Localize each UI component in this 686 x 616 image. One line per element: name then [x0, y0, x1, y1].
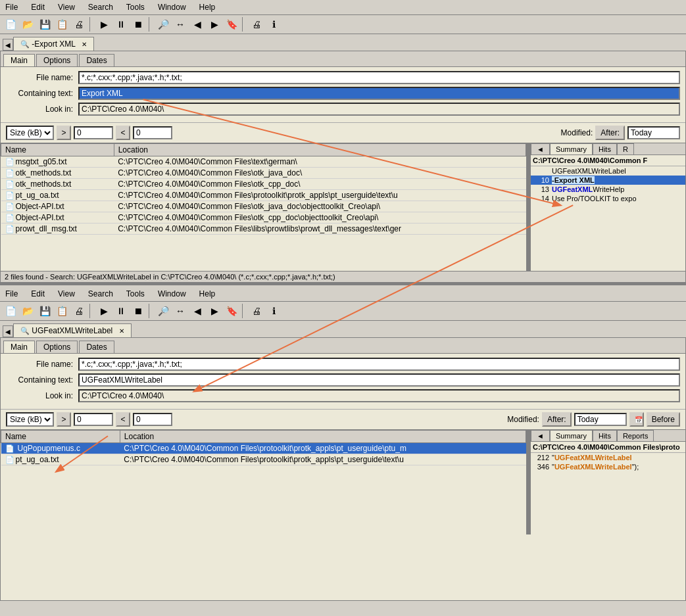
w2-right-tab-summary[interactable]: Summary [550, 430, 593, 441]
menu2-view[interactable]: View [55, 288, 78, 300]
window1-tab-options[interactable]: Options [36, 54, 78, 66]
table-row[interactable]: 📄otk_methods.txt C:\PTC\Creo 4.0\M040\Co… [1, 168, 526, 179]
save-as-button[interactable]: 📋 [54, 17, 70, 32]
save2-button[interactable]: 💾 [37, 304, 53, 318]
nav-prev-button[interactable]: ◀ [189, 17, 205, 32]
save2as-button[interactable]: 📋 [54, 304, 70, 318]
lookin-input[interactable] [78, 103, 680, 116]
right-tab-arrow[interactable]: ◄ [531, 143, 550, 154]
w2-before-button[interactable]: Before [647, 412, 680, 427]
table-row[interactable]: 📄pt_ug_oa.txt C:\PTC\Creo 4.0\M040\Commo… [1, 454, 526, 465]
stop2-button[interactable]: ⏹ [130, 304, 146, 318]
pause2-button[interactable]: ⏸ [113, 304, 129, 318]
w2-after-value[interactable] [574, 413, 627, 426]
containing-input[interactable] [78, 87, 680, 100]
gt-value[interactable] [74, 126, 113, 139]
lt-button[interactable]: < [116, 126, 130, 140]
run2-button[interactable]: ▶ [96, 304, 112, 318]
col-location[interactable]: Location [114, 144, 526, 156]
open2-button[interactable]: 📂 [20, 304, 36, 318]
nav-next-button[interactable]: ▶ [207, 17, 222, 32]
menu-edit[interactable]: Edit [28, 1, 47, 13]
w2-lt-button[interactable]: < [116, 412, 130, 427]
w2-containing-input[interactable] [78, 373, 680, 387]
print2b-button[interactable]: 🖨 [249, 304, 264, 318]
window1-tab-close[interactable]: ✕ [82, 41, 87, 48]
after-value[interactable] [627, 126, 680, 139]
menu2-search[interactable]: Search [86, 288, 116, 300]
right-row[interactable]: 10-Export XML [531, 176, 685, 185]
table-row[interactable]: 📄pt_ug_oa.txt C:\PTC\Creo 4.0\M040\Commo… [1, 190, 526, 201]
tab-scroll-left[interactable]: ◀ [3, 39, 13, 51]
w2-right-tab-hits[interactable]: Hits [593, 430, 617, 441]
size-select[interactable]: Size (kB) [6, 126, 54, 140]
table-row[interactable]: 📄UgPopupmenus.c C:\PTC\Creo 4.0\M040\Com… [1, 443, 526, 454]
nav2-prev-button[interactable]: ◀ [189, 304, 205, 318]
open-button[interactable]: 📂 [20, 17, 36, 32]
menu-view[interactable]: View [55, 1, 78, 13]
menu2-tools[interactable]: Tools [124, 288, 147, 300]
stop-button[interactable]: ⏹ [130, 17, 146, 32]
info-button[interactable]: ℹ [266, 17, 282, 32]
window2-tab[interactable]: 🔍 UGFeatXMLWriteLabel ✕ [13, 323, 132, 337]
lt-value[interactable] [133, 126, 172, 139]
right-row[interactable]: UGFeatXMLWriteLabel [531, 166, 685, 176]
menu-help[interactable]: Help [197, 1, 218, 13]
table-row[interactable]: 📄msgtxt_g05.txt C:\PTC\Creo 4.0\M040\Com… [1, 156, 526, 168]
after-button[interactable]: After: [595, 126, 625, 140]
menu2-file[interactable]: File [3, 288, 20, 300]
window1-tab[interactable]: 🔍 -Export XML ✕ [13, 37, 94, 51]
bookmark2-button[interactable]: 🔖 [224, 304, 239, 318]
right-tab-summary[interactable]: Summary [550, 143, 593, 154]
table-row[interactable]: 📄Object-API.txt C:\PTC\Creo 4.0\M040\Com… [1, 212, 526, 224]
menu-window[interactable]: Window [155, 1, 189, 13]
right-tab-hits[interactable]: Hits [593, 143, 617, 154]
w2-size-select[interactable]: Size (kB) [6, 412, 54, 427]
new-button[interactable]: 📄 [3, 17, 18, 32]
menu-tools[interactable]: Tools [124, 1, 147, 13]
window2-tab-options[interactable]: Options [36, 341, 78, 353]
table-row[interactable]: 📄otk_methods.txt C:\PTC\Creo 4.0\M040\Co… [1, 179, 526, 190]
window2-tab-close[interactable]: ✕ [119, 327, 124, 335]
table-row[interactable]: 📄Object-API.txt C:\PTC\Creo 4.0\M040\Com… [1, 201, 526, 212]
replace-button[interactable]: ↔ [172, 17, 188, 32]
menu-file[interactable]: File [3, 1, 20, 13]
w2-gt-value[interactable] [74, 413, 113, 426]
find2-button[interactable]: 🔎 [155, 304, 171, 318]
bookmark-button[interactable]: 🔖 [224, 17, 239, 32]
info2-button[interactable]: ℹ [266, 304, 282, 318]
replace2-button[interactable]: ↔ [172, 304, 188, 318]
print2-button[interactable]: 🖨 [249, 17, 264, 32]
right-row[interactable]: 13UGFeatXMLWriteHelp [531, 185, 685, 194]
find-button[interactable]: 🔎 [155, 17, 171, 32]
w2-col-name[interactable]: Name [1, 431, 120, 443]
nav2-next-button[interactable]: ▶ [207, 304, 222, 318]
w2-after-button[interactable]: After: [542, 412, 572, 427]
save-button[interactable]: 💾 [37, 17, 53, 32]
run-button[interactable]: ▶ [96, 17, 112, 32]
print-button[interactable]: 🖨 [71, 17, 87, 32]
gt-button[interactable]: > [57, 126, 71, 140]
window1-tab-dates[interactable]: Dates [79, 54, 114, 66]
table-row[interactable]: 📄prowt_dll_msg.txt C:\PTC\Creo 4.0\M040\… [1, 224, 526, 235]
right-row[interactable]: 346"UGFeatXMLWriteLabel"); [531, 462, 685, 471]
w2-col-location[interactable]: Location [120, 431, 526, 443]
w2-right-tab-arrow[interactable]: ◄ [531, 430, 550, 441]
window2-tab-main[interactable]: Main [3, 341, 35, 353]
filename-input[interactable] [78, 71, 680, 84]
col-name[interactable]: Name [1, 144, 114, 156]
w2-gt-button[interactable]: > [57, 412, 71, 427]
right-row[interactable]: 14Use Pro/TOOLKIT to expo [531, 194, 685, 203]
w2-filename-input[interactable] [78, 358, 680, 371]
tab2-scroll-left[interactable]: ◀ [3, 325, 13, 337]
window1-tab-main[interactable]: Main [3, 54, 35, 66]
window2-tab-dates[interactable]: Dates [79, 341, 114, 353]
w2-right-tab-reports[interactable]: Reports [617, 430, 654, 441]
new2-button[interactable]: 📄 [3, 304, 18, 318]
print2a-button[interactable]: 🖨 [71, 304, 87, 318]
menu2-help[interactable]: Help [197, 288, 218, 300]
pause-button[interactable]: ⏸ [113, 17, 129, 32]
right-row[interactable]: 212"UGFeatXMLWriteLabel [531, 453, 685, 462]
w2-cal-button[interactable]: 📅 [629, 412, 644, 427]
menu2-window[interactable]: Window [155, 288, 189, 300]
